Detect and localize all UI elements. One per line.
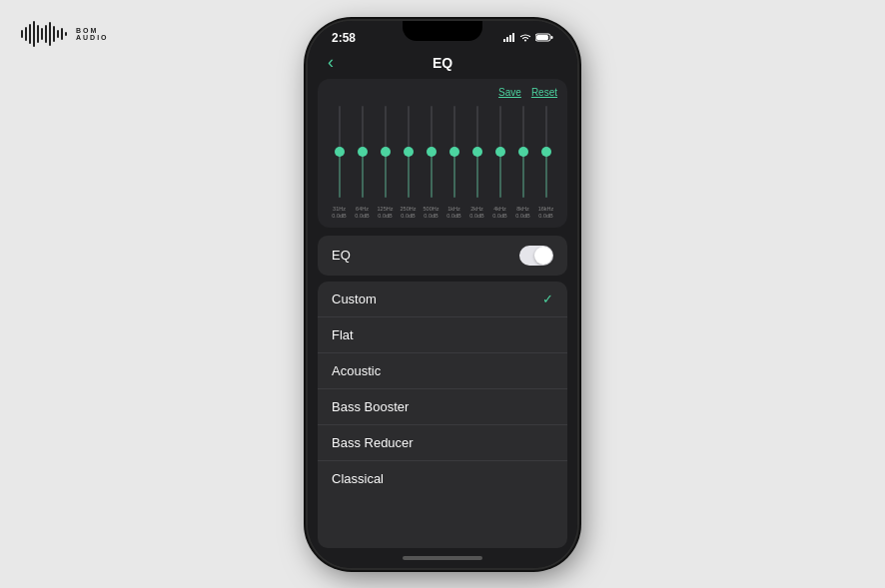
preset-label-acoustic: Acoustic [332, 363, 381, 378]
preset-list: Custom✓FlatAcousticBass BoosterBass Redu… [318, 282, 567, 548]
eq-toggle-row: EQ [318, 236, 567, 276]
freq-label-4kHz: 4kHz0.0dB [488, 206, 511, 220]
eq-slider-8kHz[interactable] [511, 106, 534, 198]
check-icon: ✓ [542, 292, 553, 306]
status-icons [503, 33, 553, 42]
svg-rect-7 [49, 22, 51, 46]
svg-rect-18 [551, 36, 553, 39]
svg-rect-10 [61, 28, 63, 40]
screen: 2:58 [308, 21, 577, 568]
eq-toggle-label: EQ [332, 248, 351, 263]
svg-rect-1 [25, 27, 27, 41]
eq-slider-250Hz[interactable] [397, 106, 420, 198]
eq-slider-31Hz[interactable] [328, 106, 351, 198]
freq-label-1kHz: 1kHz0.0dB [442, 206, 465, 220]
eq-slider-4kHz[interactable] [488, 106, 511, 198]
preset-label-classical: Classical [332, 471, 384, 486]
preset-item-flat[interactable]: Flat [318, 317, 567, 353]
freq-label-16kHz: 16kHz0.0dB [534, 206, 557, 220]
preset-item-bass-booster[interactable]: Bass Booster [318, 389, 567, 425]
logo-line2: AUDIO [76, 34, 109, 41]
freq-label-2kHz: 2kHz0.0dB [465, 206, 488, 220]
svg-rect-8 [53, 26, 55, 42]
toggle-knob [534, 247, 552, 265]
freq-label-31Hz: 31Hz0.0dB [328, 206, 351, 220]
back-button[interactable]: ‹ [328, 52, 334, 73]
svg-rect-6 [45, 25, 47, 43]
eq-slider-2kHz[interactable] [465, 106, 488, 198]
svg-rect-13 [506, 37, 508, 42]
eq-freq-labels: 31Hz0.0dB64Hz0.0dB125Hz0.0dB250Hz0.0dB50… [328, 202, 557, 220]
preset-label-custom: Custom [332, 292, 377, 306]
eq-visualizer: Save Reset 31Hz0.0dB64Hz0.0dB125Hz0.0dB2… [318, 79, 567, 228]
eq-toggle-switch[interactable] [519, 246, 553, 266]
preset-item-custom[interactable]: Custom✓ [318, 282, 567, 317]
home-indicator [308, 548, 577, 568]
preset-label-bass-booster: Bass Booster [332, 399, 409, 414]
save-button[interactable]: Save [498, 87, 521, 98]
notch [403, 21, 482, 41]
svg-rect-14 [509, 35, 511, 42]
freq-label-8kHz: 8kHz0.0dB [511, 206, 534, 220]
svg-rect-3 [33, 21, 35, 47]
svg-rect-17 [536, 35, 548, 40]
signal-icon [503, 33, 515, 42]
eq-slider-125Hz[interactable] [374, 106, 397, 198]
svg-rect-9 [57, 30, 59, 38]
svg-rect-12 [503, 39, 505, 42]
svg-rect-2 [29, 24, 31, 44]
eq-slider-16kHz[interactable] [534, 106, 557, 198]
eq-slider-500Hz[interactable] [420, 106, 442, 198]
preset-item-acoustic[interactable]: Acoustic [318, 353, 567, 389]
svg-rect-15 [512, 33, 514, 42]
preset-item-classical[interactable]: Classical [318, 461, 567, 496]
freq-label-64Hz: 64Hz0.0dB [351, 206, 374, 220]
phone-shell: 2:58 [308, 21, 577, 568]
svg-rect-11 [65, 32, 67, 36]
eq-slider-64Hz[interactable] [351, 106, 374, 198]
battery-icon [535, 33, 553, 42]
home-bar [403, 556, 482, 560]
eq-sliders-container [328, 102, 557, 202]
svg-rect-5 [41, 28, 43, 40]
eq-actions: Save Reset [328, 87, 557, 98]
reset-button[interactable]: Reset [531, 87, 557, 98]
preset-label-flat: Flat [332, 327, 354, 342]
wifi-icon [519, 33, 531, 42]
logo-area: BOM AUDIO [20, 20, 109, 48]
freq-label-125Hz: 125Hz0.0dB [374, 206, 397, 220]
freq-label-500Hz: 500Hz0.0dB [420, 206, 442, 220]
nav-title: EQ [433, 55, 452, 71]
preset-label-bass-reducer: Bass Reducer [332, 435, 414, 450]
status-time: 2:58 [332, 31, 356, 45]
eq-slider-1kHz[interactable] [442, 106, 465, 198]
logo-line1: BOM [76, 27, 109, 34]
svg-rect-0 [21, 30, 23, 38]
preset-item-bass-reducer[interactable]: Bass Reducer [318, 425, 567, 461]
freq-label-250Hz: 250Hz0.0dB [397, 206, 420, 220]
svg-rect-4 [37, 25, 39, 43]
logo-icon [20, 20, 70, 48]
nav-bar: ‹ EQ [308, 49, 577, 79]
